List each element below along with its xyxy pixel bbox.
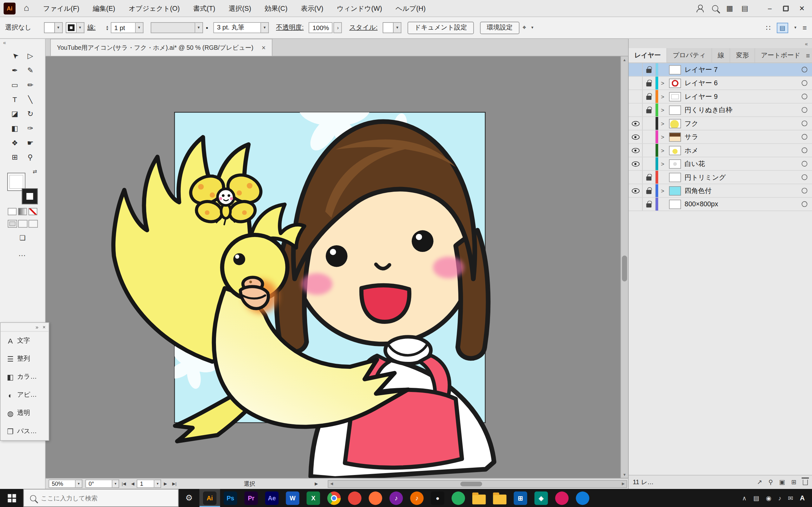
align-panel[interactable]: ☰整列 — [1, 350, 49, 368]
opacity-field[interactable]: 100% — [309, 22, 333, 33]
visibility-toggle[interactable] — [629, 130, 643, 143]
lock-toggle[interactable] — [643, 77, 656, 90]
draw-inside-button[interactable] — [28, 220, 38, 228]
taskbar-app-word[interactable]: W — [282, 489, 303, 507]
taskbar-app-premiere[interactable]: Pr — [241, 489, 261, 507]
color-panel[interactable]: ◧カラ… — [1, 368, 49, 386]
delete-layer-icon[interactable] — [803, 480, 808, 485]
tray-icon-3[interactable]: ♪ — [778, 494, 781, 502]
rotation-dropdown[interactable]: ▾ — [112, 480, 119, 488]
menu-item[interactable]: 書式(T) — [187, 0, 222, 17]
canvas[interactable]: ▲ ▼ — [46, 56, 628, 478]
locate-object-icon[interactable]: ⚲ — [768, 478, 773, 486]
type-tool[interactable]: T — [7, 92, 22, 107]
taskbar-app-app-blue-grid[interactable]: ⊞ — [510, 489, 531, 507]
layer-row[interactable]: >サラ — [629, 130, 812, 144]
stroke-color-swatch[interactable] — [22, 189, 37, 204]
taskbar-app-folder-2[interactable] — [490, 489, 510, 507]
next-artboard-button[interactable]: ▶ — [164, 481, 167, 486]
menu-item[interactable]: オブジェクト(O) — [122, 0, 186, 17]
target-circle-icon[interactable] — [802, 147, 807, 153]
horizontal-scroll-thumb[interactable] — [460, 481, 482, 486]
last-artboard-button[interactable]: ▶| — [172, 481, 176, 486]
cursor-options-icon[interactable]: ⌖ — [522, 24, 526, 32]
screen-mode-icon[interactable]: ❏ — [0, 234, 45, 241]
make-mask-icon[interactable]: ▣ — [779, 478, 785, 486]
visibility-toggle[interactable] — [629, 171, 643, 184]
close-panel-icon[interactable]: × — [43, 324, 46, 330]
prev-artboard-button[interactable]: ◀ — [131, 481, 134, 486]
fill-dropdown[interactable]: ▾ — [55, 22, 62, 33]
visibility-toggle[interactable] — [629, 157, 643, 170]
taskbar-app-edge[interactable] — [572, 489, 593, 507]
expand-arrow[interactable]: > — [658, 130, 667, 143]
layer-row[interactable]: 800×800px — [629, 198, 812, 211]
rotate-tool[interactable]: ↻ — [22, 107, 38, 121]
visibility-toggle[interactable] — [629, 63, 643, 76]
appearance-panel[interactable]: ◐アピ… — [1, 386, 49, 404]
scroll-left-icon[interactable]: ◀ — [328, 482, 335, 486]
settings-gear-icon[interactable]: ⚙ — [179, 489, 199, 507]
taskbar-app-photoshop[interactable]: Ps — [220, 489, 241, 507]
lock-toggle[interactable] — [643, 157, 656, 170]
dock-toggle-icon[interactable]: ▤ — [742, 4, 749, 12]
document-setup-button[interactable]: ドキュメント設定 — [408, 21, 474, 34]
taskbar-app-app-green[interactable] — [448, 489, 468, 507]
brush-dropdown[interactable]: ▾ — [261, 22, 269, 33]
pathfinder-panel[interactable]: ❒パス… — [1, 422, 49, 440]
expand-arrow[interactable]: > — [658, 117, 667, 130]
target-circle-icon[interactable] — [802, 94, 807, 100]
shape-builder-tool[interactable]: ❖ — [7, 135, 22, 150]
stroke-label[interactable]: 線: — [87, 23, 96, 32]
panel-tab[interactable]: 線 — [712, 48, 730, 63]
visibility-toggle[interactable] — [629, 117, 643, 130]
panel-layout-dropdown[interactable]: ▾ — [794, 25, 797, 30]
collect-export-icon[interactable]: ↗ — [757, 478, 762, 486]
taskbar-app-app-black[interactable]: ● — [427, 489, 448, 507]
dots-grid-icon[interactable]: ∷ — [766, 23, 771, 32]
style-swatch[interactable] — [383, 22, 394, 33]
stroke-swatch[interactable] — [66, 22, 77, 33]
stroke-width-field[interactable]: 1 pt — [111, 22, 136, 33]
target-circle-icon[interactable] — [802, 120, 807, 126]
expand-panels-icon[interactable]: » — [36, 324, 38, 330]
stroke-width-stepper[interactable]: ▴▾ — [104, 25, 110, 31]
layer-row[interactable]: >レイヤー 9 — [629, 90, 812, 103]
taskbar-app-after-effects[interactable]: Ae — [261, 489, 282, 507]
layer-row[interactable]: レイヤー 7 — [629, 63, 812, 76]
home-icon[interactable]: ⌂ — [24, 3, 29, 14]
panel-tab[interactable]: アートボード — [755, 48, 807, 63]
artboard-dropdown[interactable]: ▾ — [154, 480, 161, 488]
taskbar-app-app-pink[interactable] — [552, 489, 572, 507]
visibility-toggle[interactable] — [629, 104, 643, 117]
tray-icon-2[interactable]: ◉ — [766, 494, 771, 502]
gradient-tool[interactable]: ◧ — [7, 121, 22, 135]
zoom-dropdown[interactable]: ▾ — [75, 480, 82, 488]
edit-toolbar-icon[interactable]: … — [0, 249, 45, 258]
taskbar-app-browser-orange[interactable] — [365, 489, 386, 507]
target-circle-icon[interactable] — [802, 107, 807, 113]
target-circle-icon[interactable] — [802, 161, 807, 167]
draw-behind-button[interactable] — [18, 220, 27, 228]
expand-arrow[interactable]: > — [658, 104, 667, 117]
taskbar-app-audio-orange[interactable]: ♪ — [407, 489, 427, 507]
layer-row[interactable]: >白い花 — [629, 157, 812, 170]
transparency-panel[interactable]: ◍透明 — [1, 404, 49, 422]
fill-stroke-indicator[interactable]: ⇄ — [6, 171, 39, 205]
vertical-scroll-thumb[interactable] — [622, 256, 627, 282]
tab-close-icon[interactable]: × — [262, 44, 265, 51]
layer-row[interactable]: >フク — [629, 117, 812, 130]
minimize-button[interactable]: – — [762, 0, 778, 17]
menu-item[interactable]: 効果(C) — [258, 0, 294, 17]
fill-color-swatch[interactable] — [7, 173, 25, 191]
scroll-up-icon[interactable]: ▲ — [621, 56, 628, 63]
menu-item[interactable]: 編集(E) — [86, 0, 122, 17]
expand-arrow[interactable]: > — [658, 90, 667, 103]
target-circle-icon[interactable] — [802, 174, 807, 180]
taskbar-app-excel[interactable]: X — [303, 489, 323, 507]
restore-button[interactable] — [778, 0, 794, 17]
panel-menu-icon[interactable]: ≡ — [803, 48, 810, 63]
target-circle-icon[interactable] — [802, 134, 807, 140]
toolbar-collapse-icon[interactable]: « — [0, 39, 45, 46]
brush-field[interactable]: 3 pt. 丸筆 — [213, 22, 261, 33]
